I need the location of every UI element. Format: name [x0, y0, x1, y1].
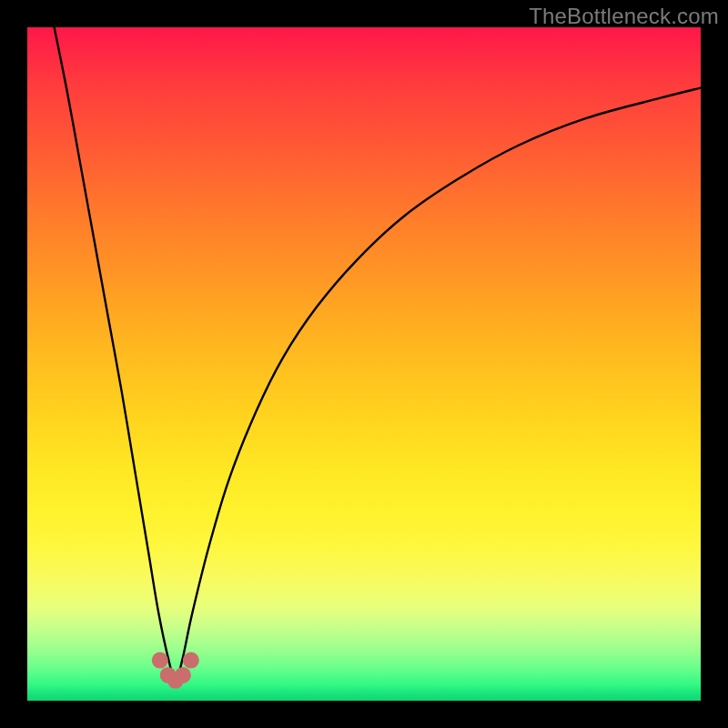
valley-markers — [27, 27, 701, 701]
watermark-text: TheBottleneck.com — [529, 4, 719, 29]
valley-marker-dot — [183, 652, 199, 669]
valley-marker-dot — [152, 652, 168, 669]
chart-frame: TheBottleneck.com — [0, 0, 728, 728]
valley-marker-dot — [175, 667, 191, 683]
plot-area — [27, 27, 701, 701]
